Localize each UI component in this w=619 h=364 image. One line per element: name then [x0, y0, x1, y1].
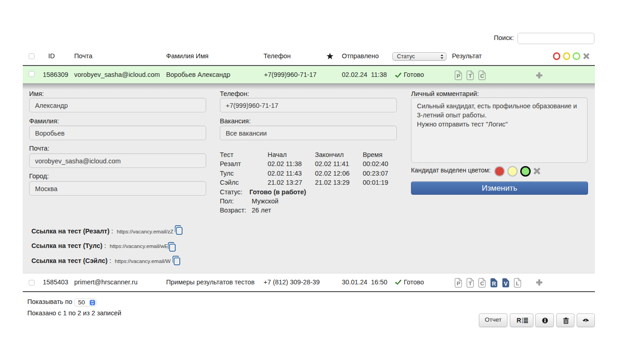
svg-text:P: P: [457, 280, 460, 287]
svg-text:V: V: [504, 281, 508, 287]
svg-text:R: R: [492, 281, 496, 287]
svg-text:T: T: [469, 73, 472, 79]
svg-text:C: C: [480, 73, 484, 79]
svg-text:C: C: [480, 280, 484, 287]
svg-text:L: L: [516, 280, 519, 287]
svg-text:T: T: [469, 280, 472, 287]
svg-text:P: P: [457, 73, 460, 79]
